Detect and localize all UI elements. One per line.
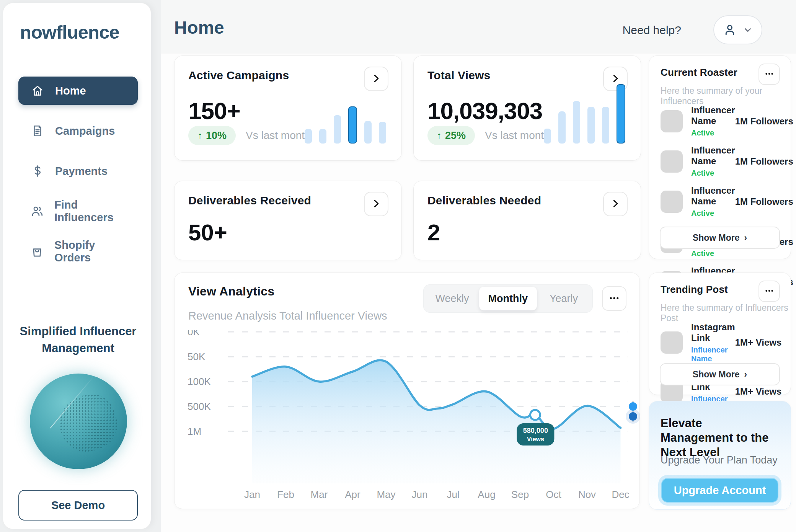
- delta-badge: ↑10%: [188, 126, 236, 145]
- main-area: Home Need help? Active Campaigns 150+: [161, 0, 796, 532]
- tab-yearly[interactable]: Yearly: [537, 287, 590, 310]
- card-title: View Analytics: [188, 284, 274, 299]
- influencer-name: Influencer Name: [691, 145, 735, 166]
- stat-value: 10,039,303: [427, 97, 542, 124]
- status-badge: Active: [691, 209, 735, 218]
- svg-text:Aug: Aug: [478, 489, 495, 500]
- roster-row[interactable]: Influencer NameActive1M Followers: [661, 105, 779, 137]
- card-title: Total Views: [427, 69, 490, 82]
- document-icon: [31, 124, 44, 138]
- bar-highlighted: [617, 84, 625, 144]
- brand-logo: nowfluence: [20, 21, 119, 43]
- deliverables-needed-card: Deliverables Needed 2: [413, 181, 641, 260]
- trending-post-card: Trending Post Here the summary of Influe…: [649, 273, 791, 395]
- analytics-menu-button[interactable]: [602, 286, 626, 311]
- globe-illustration: [30, 374, 127, 469]
- arrow-up-icon: ↑: [437, 130, 442, 142]
- followers-count: 1M Followers: [735, 196, 793, 207]
- card-title: Active Campaigns: [188, 69, 289, 82]
- upgrade-promo-card: Elevate Management to the Next Level Upg…: [649, 401, 791, 510]
- roster-row[interactable]: Influencer NameActive1M Followers: [661, 145, 779, 178]
- total-views-card: Total Views 10,039,303 ↑25% Vs last mont…: [413, 55, 641, 161]
- card-title: Current Roaster: [661, 67, 737, 78]
- sidebar-tagline: Simplified Influencer Management: [15, 323, 142, 357]
- analytics-subtitle: Revenue Analysis Total Influencer Views: [188, 310, 387, 322]
- card-title: Trending Post: [661, 284, 728, 295]
- sidebar-item-shopify-orders[interactable]: Shopify Orders: [18, 237, 138, 266]
- avatar: [661, 150, 683, 173]
- svg-text:0K: 0K: [188, 330, 200, 338]
- ellipsis-icon: [764, 286, 774, 297]
- followers-count: 1M Followers: [735, 156, 793, 167]
- user-icon: [723, 23, 737, 37]
- bar: [305, 129, 312, 144]
- sidebar-item-label: Home: [55, 85, 86, 97]
- app-root: nowfluence HomeCampaignsPaymentsFind Inf…: [0, 0, 796, 532]
- analytics-area-chart[interactable]: 1M500K100K50K0KJanFebMarAprMayJunJulAugS…: [175, 330, 640, 509]
- svg-text:Dec: Dec: [612, 489, 629, 500]
- delta-note: Vs last month: [246, 129, 311, 142]
- sidebar: nowfluence HomeCampaignsPaymentsFind Inf…: [3, 3, 151, 529]
- sidebar-item-label: Campaigns: [55, 125, 115, 137]
- roster-menu-button[interactable]: [758, 64, 780, 85]
- arrow-up-icon: ↑: [197, 130, 202, 142]
- sidebar-item-find-influencers[interactable]: Find Influencers: [18, 197, 138, 225]
- status-badge: Active: [691, 169, 735, 178]
- bar: [364, 121, 372, 144]
- chevron-down-icon: [743, 25, 753, 35]
- period-tab-group: WeeklyMonthlyYearly: [423, 284, 593, 313]
- svg-text:580,000: 580,000: [523, 427, 548, 434]
- svg-text:Oct: Oct: [546, 489, 561, 500]
- bar: [319, 129, 326, 144]
- sidebar-item-home[interactable]: Home: [18, 77, 138, 105]
- trending-menu-button[interactable]: [758, 281, 780, 302]
- see-demo-button[interactable]: See Demo: [18, 490, 138, 521]
- sidebar-item-campaigns[interactable]: Campaigns: [18, 117, 138, 145]
- need-help-link[interactable]: Need help?: [623, 24, 681, 37]
- bar: [544, 129, 551, 144]
- chevron-right-icon: ›: [744, 233, 747, 243]
- status-badge: Active: [691, 249, 735, 258]
- tab-weekly[interactable]: Weekly: [426, 287, 479, 310]
- bar: [587, 107, 595, 144]
- bar: [558, 111, 566, 144]
- followers-count: 1M Followers: [735, 116, 793, 127]
- open-deliverables-received-button[interactable]: [364, 192, 388, 216]
- svg-text:Jul: Jul: [447, 489, 459, 500]
- views-count: 1M+ Views: [735, 337, 782, 348]
- delta-note: Vs last month: [485, 129, 550, 142]
- trending-row[interactable]: Instagram LinkInfluencer Name1M+ Views: [661, 322, 779, 363]
- svg-text:Apr: Apr: [345, 489, 360, 500]
- page-title: Home: [174, 17, 224, 38]
- mini-bar-chart: [305, 82, 386, 144]
- roster-row[interactable]: Influencer NameActive1M Followers: [661, 185, 779, 218]
- active-campaigns-card: Active Campaigns 150+ ↑10% Vs last month: [174, 55, 402, 161]
- sidebar-item-payments[interactable]: Payments: [18, 157, 138, 185]
- svg-text:Feb: Feb: [277, 489, 294, 500]
- svg-text:May: May: [377, 489, 395, 500]
- deliverables-received-card: Deliverables Received 50+: [174, 181, 402, 260]
- influencer-link[interactable]: Influencer Name: [691, 346, 735, 363]
- sidebar-item-label: Payments: [55, 165, 108, 178]
- upgrade-account-button[interactable]: Upgrade Account: [661, 478, 778, 503]
- bar: [573, 101, 580, 144]
- svg-text:Jun: Jun: [412, 489, 428, 500]
- status-badge: Active: [691, 129, 735, 137]
- card-title: Deliverables Received: [188, 194, 311, 207]
- avatar: [661, 110, 683, 132]
- trending-show-more-button[interactable]: Show More›: [660, 363, 780, 385]
- svg-text:1M: 1M: [188, 426, 201, 437]
- sidebar-nav: HomeCampaignsPaymentsFind InfluencersSho…: [18, 77, 138, 277]
- account-menu-button[interactable]: [713, 15, 762, 44]
- users-icon: [31, 204, 44, 218]
- influencer-name: Influencer Name: [691, 105, 735, 126]
- view-analytics-card: View Analytics Revenue Analysis Total In…: [174, 273, 640, 509]
- tab-monthly[interactable]: Monthly: [479, 287, 537, 310]
- roster-show-more-button[interactable]: Show More›: [660, 227, 780, 249]
- sidebar-item-label: Find Influencers: [54, 199, 126, 224]
- open-deliverables-needed-button[interactable]: [603, 192, 628, 216]
- bar: [602, 107, 609, 144]
- shopping-bag-icon: [31, 245, 44, 258]
- trending-subtitle: Here the summary of Influencers Post: [661, 303, 791, 323]
- svg-text:50K: 50K: [188, 351, 206, 362]
